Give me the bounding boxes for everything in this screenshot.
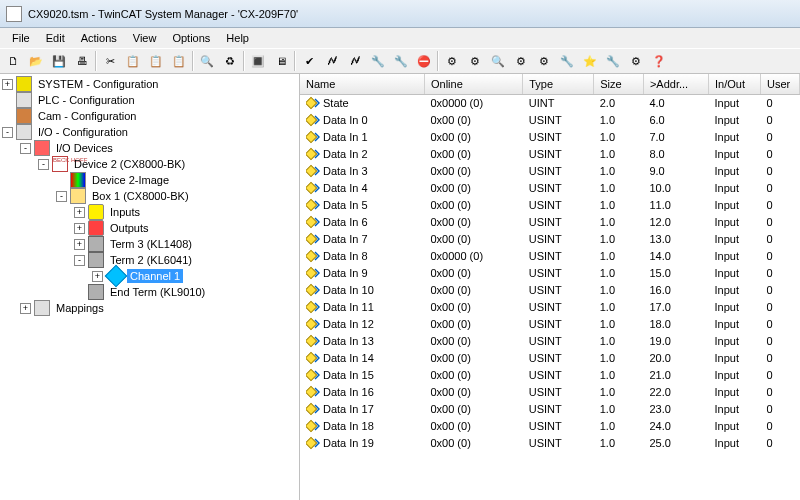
- toolbar-button-19[interactable]: 🔧: [367, 50, 389, 72]
- tree-node[interactable]: PLC - Configuration: [2, 92, 297, 108]
- table-row[interactable]: Data In 160x00 (0)USINT1.022.0Input0: [300, 384, 800, 401]
- table-row[interactable]: Data In 70x00 (0)USINT1.013.0Input0: [300, 231, 800, 248]
- tree-label[interactable]: I/O - Configuration: [35, 125, 131, 139]
- menu-actions[interactable]: Actions: [73, 30, 125, 46]
- tree-node[interactable]: +Term 3 (KL1408): [2, 236, 297, 252]
- tree-node[interactable]: -I/O Devices: [2, 140, 297, 156]
- tree-node[interactable]: +SYSTEM - Configuration: [2, 76, 297, 92]
- toolbar-button-14[interactable]: 🖥: [270, 50, 292, 72]
- table-row[interactable]: Data In 100x00 (0)USINT1.016.0Input0: [300, 282, 800, 299]
- toolbar-button-16[interactable]: ✔: [298, 50, 320, 72]
- table-row[interactable]: Data In 10x00 (0)USINT1.07.0Input0: [300, 129, 800, 146]
- table-row[interactable]: Data In 30x00 (0)USINT1.09.0Input0: [300, 163, 800, 180]
- tree-label[interactable]: Channel 1: [127, 269, 183, 283]
- list-panel[interactable]: NameOnlineTypeSize>Addr...In/OutUser Sta…: [300, 74, 800, 500]
- table-row[interactable]: Data In 150x00 (0)USINT1.021.0Input0: [300, 367, 800, 384]
- tree-node[interactable]: -Box 1 (CX8000-BK): [2, 188, 297, 204]
- tree-node[interactable]: End Term (KL9010): [2, 284, 297, 300]
- tree-expander-icon[interactable]: +: [2, 79, 13, 90]
- toolbar-button-17[interactable]: 🗲: [321, 50, 343, 72]
- tree-node[interactable]: -Term 2 (KL6041): [2, 252, 297, 268]
- menu-edit[interactable]: Edit: [38, 30, 73, 46]
- tree-expander-icon[interactable]: +: [74, 223, 85, 234]
- toolbar-button-1[interactable]: 📂: [25, 50, 47, 72]
- tree-panel[interactable]: +SYSTEM - ConfigurationPLC - Configurati…: [0, 74, 300, 500]
- tree-node[interactable]: -I/O - Configuration: [2, 124, 297, 140]
- table-row[interactable]: Data In 20x00 (0)USINT1.08.0Input0: [300, 146, 800, 163]
- toolbar-button-20[interactable]: 🔧: [390, 50, 412, 72]
- menu-file[interactable]: File: [4, 30, 38, 46]
- table-row[interactable]: State0x0000 (0)UINT2.04.0Input0: [300, 94, 800, 112]
- toolbar-button-8[interactable]: 📋: [168, 50, 190, 72]
- table-row[interactable]: Data In 130x00 (0)USINT1.019.0Input0: [300, 333, 800, 350]
- toolbar-button-30[interactable]: 🔧: [602, 50, 624, 72]
- tree-label[interactable]: Mappings: [53, 301, 107, 315]
- toolbar-button-29[interactable]: ⭐: [579, 50, 601, 72]
- toolbar-button-7[interactable]: 📋: [145, 50, 167, 72]
- toolbar-button-25[interactable]: 🔍: [487, 50, 509, 72]
- tree-expander-icon[interactable]: +: [74, 239, 85, 250]
- column-header[interactable]: Name: [300, 74, 424, 94]
- toolbar-button-2[interactable]: 💾: [48, 50, 70, 72]
- tree-label[interactable]: Device 2 (CX8000-BK): [71, 157, 188, 171]
- toolbar-button-26[interactable]: ⚙: [510, 50, 532, 72]
- tree-expander-icon[interactable]: -: [74, 255, 85, 266]
- tree-node[interactable]: +Inputs: [2, 204, 297, 220]
- toolbar-button-21[interactable]: ⛔: [413, 50, 435, 72]
- tree-node[interactable]: -BECK HOFFDevice 2 (CX8000-BK): [2, 156, 297, 172]
- tree-label[interactable]: PLC - Configuration: [35, 93, 138, 107]
- tree-expander-icon[interactable]: -: [20, 143, 31, 154]
- toolbar-button-27[interactable]: ⚙: [533, 50, 555, 72]
- tree-label[interactable]: End Term (KL9010): [107, 285, 208, 299]
- tree-label[interactable]: I/O Devices: [53, 141, 116, 155]
- table-row[interactable]: Data In 50x00 (0)USINT1.011.0Input0: [300, 197, 800, 214]
- toolbar-button-32[interactable]: ❓: [648, 50, 670, 72]
- tree-node[interactable]: +Channel 1: [2, 268, 297, 284]
- tree-label[interactable]: Box 1 (CX8000-BK): [89, 189, 192, 203]
- tree-expander-icon[interactable]: +: [74, 207, 85, 218]
- table-row[interactable]: Data In 40x00 (0)USINT1.010.0Input0: [300, 180, 800, 197]
- toolbar-button-24[interactable]: ⚙: [464, 50, 486, 72]
- toolbar-button-13[interactable]: 🔳: [247, 50, 269, 72]
- tree-label[interactable]: Inputs: [107, 205, 143, 219]
- column-header[interactable]: Type: [523, 74, 594, 94]
- tree-label[interactable]: Cam - Configuration: [35, 109, 139, 123]
- toolbar-button-6[interactable]: 📋: [122, 50, 144, 72]
- tree-label[interactable]: Term 2 (KL6041): [107, 253, 195, 267]
- toolbar-button-31[interactable]: ⚙: [625, 50, 647, 72]
- toolbar-button-3[interactable]: 🖶: [71, 50, 93, 72]
- menu-view[interactable]: View: [125, 30, 165, 46]
- table-row[interactable]: Data In 170x00 (0)USINT1.023.0Input0: [300, 401, 800, 418]
- tree-node[interactable]: Cam - Configuration: [2, 108, 297, 124]
- toolbar-button-28[interactable]: 🔧: [556, 50, 578, 72]
- tree-node[interactable]: +Mappings: [2, 300, 297, 316]
- toolbar-button-18[interactable]: 🗲: [344, 50, 366, 72]
- tree-label[interactable]: Device 2-Image: [89, 173, 172, 187]
- toolbar-button-10[interactable]: 🔍: [196, 50, 218, 72]
- column-header[interactable]: Online: [424, 74, 522, 94]
- tree-expander-icon[interactable]: +: [92, 271, 103, 282]
- tree-expander-icon[interactable]: +: [20, 303, 31, 314]
- table-row[interactable]: Data In 60x00 (0)USINT1.012.0Input0: [300, 214, 800, 231]
- column-header[interactable]: In/Out: [709, 74, 761, 94]
- table-row[interactable]: Data In 140x00 (0)USINT1.020.0Input0: [300, 350, 800, 367]
- toolbar-button-0[interactable]: 🗋: [2, 50, 24, 72]
- table-row[interactable]: Data In 180x00 (0)USINT1.024.0Input0: [300, 418, 800, 435]
- table-row[interactable]: Data In 90x00 (0)USINT1.015.0Input0: [300, 265, 800, 282]
- column-header[interactable]: User: [760, 74, 799, 94]
- table-row[interactable]: Data In 110x00 (0)USINT1.017.0Input0: [300, 299, 800, 316]
- toolbar-button-11[interactable]: ♻: [219, 50, 241, 72]
- menu-options[interactable]: Options: [164, 30, 218, 46]
- tree-node[interactable]: Device 2-Image: [2, 172, 297, 188]
- tree-expander-icon[interactable]: -: [2, 127, 13, 138]
- table-row[interactable]: Data In 190x00 (0)USINT1.025.0Input0: [300, 435, 800, 452]
- tree-label[interactable]: SYSTEM - Configuration: [35, 77, 161, 91]
- table-row[interactable]: Data In 00x00 (0)USINT1.06.0Input0: [300, 112, 800, 129]
- table-row[interactable]: Data In 80x0000 (0)USINT1.014.0Input0: [300, 248, 800, 265]
- column-header[interactable]: Size: [594, 74, 644, 94]
- tree-node[interactable]: +Outputs: [2, 220, 297, 236]
- table-row[interactable]: Data In 120x00 (0)USINT1.018.0Input0: [300, 316, 800, 333]
- tree-label[interactable]: Term 3 (KL1408): [107, 237, 195, 251]
- toolbar-button-23[interactable]: ⚙: [441, 50, 463, 72]
- toolbar-button-5[interactable]: ✂: [99, 50, 121, 72]
